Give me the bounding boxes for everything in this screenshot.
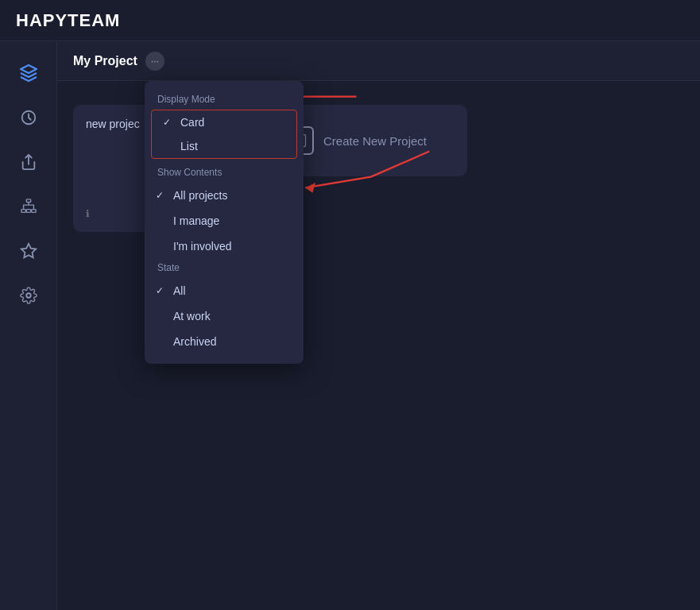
- content-area: My Project ··· Display Mode ✓ Card List: [57, 41, 700, 610]
- menu-item-card[interactable]: ✓ Card: [152, 110, 296, 134]
- top-header: HAPYTEAM: [0, 0, 700, 41]
- info-icon: ℹ: [86, 208, 90, 219]
- sidebar-item-settings[interactable]: [10, 276, 48, 315]
- clock-icon: [20, 109, 37, 126]
- sidebar: [0, 41, 57, 610]
- create-project-label: Create New Project: [323, 134, 427, 148]
- menu-item-list[interactable]: List: [152, 134, 296, 158]
- settings-icon: [20, 287, 37, 304]
- menu-item-all-state[interactable]: ✓ All: [145, 278, 304, 303]
- state-section-title: State: [145, 259, 304, 278]
- project-title: My Project: [73, 54, 137, 68]
- menu-item-at-work[interactable]: At work: [145, 303, 304, 329]
- layers-icon: [19, 64, 38, 83]
- more-options-button[interactable]: ···: [145, 52, 164, 71]
- hierarchy-icon: [20, 198, 37, 215]
- main-layout: My Project ··· Display Mode ✓ Card List: [0, 41, 700, 610]
- menu-item-i-manage[interactable]: I manage: [145, 208, 304, 234]
- display-mode-section-title: Display Mode: [145, 91, 304, 110]
- star-icon: [20, 242, 37, 260]
- dropdown-menu: Display Mode ✓ Card List Show Contents ✓…: [145, 81, 304, 364]
- svg-point-5: [26, 293, 31, 298]
- sidebar-item-star[interactable]: [10, 232, 48, 270]
- menu-item-all-projects[interactable]: ✓ All projects: [145, 183, 304, 208]
- svg-rect-1: [26, 199, 31, 203]
- app-title: HAPYTEAM: [16, 10, 120, 31]
- svg-rect-2: [21, 210, 25, 213]
- sidebar-item-layers[interactable]: [10, 54, 48, 92]
- svg-rect-3: [26, 210, 31, 213]
- sidebar-item-hierarchy[interactable]: [10, 187, 48, 226]
- sub-header: My Project ··· Display Mode ✓ Card List: [57, 41, 700, 81]
- check-icon-all: ✓: [156, 190, 164, 201]
- sidebar-item-share[interactable]: [10, 143, 48, 181]
- check-icon: ✓: [163, 117, 171, 128]
- share-icon: [20, 153, 37, 171]
- display-mode-group: ✓ Card List: [151, 110, 297, 159]
- menu-item-archived[interactable]: Archived: [145, 329, 304, 354]
- menu-item-im-involved[interactable]: I'm involved: [145, 234, 304, 259]
- sidebar-item-clock[interactable]: [10, 98, 48, 137]
- show-contents-section-title: Show Contents: [145, 164, 304, 183]
- svg-rect-4: [31, 210, 35, 213]
- check-icon-state: ✓: [156, 285, 164, 296]
